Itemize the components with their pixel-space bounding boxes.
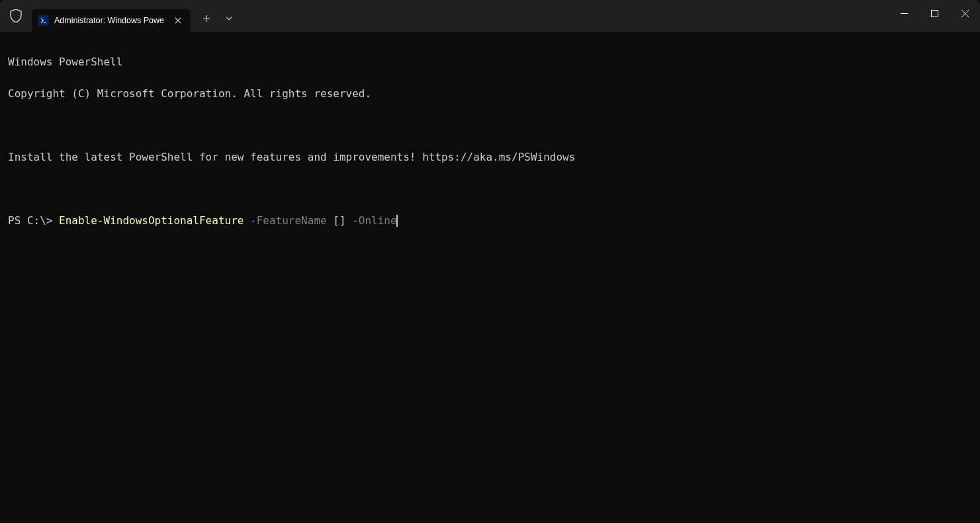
output-line: Windows PowerShell (8, 54, 972, 70)
tab-title: Administrator: Windows Powe (54, 16, 167, 25)
titlebar: Administrator: Windows Powe (0, 0, 980, 32)
command-line: PS C:\> Enable-WindowsOptionalFeature -F… (8, 213, 972, 229)
tab-dropdown-button[interactable] (218, 8, 240, 29)
maximize-button[interactable] (919, 0, 950, 26)
cmdlet-name: Enable-WindowsOptionalFeature (59, 214, 244, 227)
output-line: Copyright (C) Microsoft Corporation. All… (8, 86, 972, 102)
tab-close-button[interactable] (172, 15, 184, 26)
output-line: Install the latest PowerShell for new fe… (8, 149, 972, 165)
output-blank-line (8, 181, 972, 197)
output-blank-line (8, 118, 972, 134)
svg-rect-1 (931, 10, 938, 17)
svg-rect-0 (901, 13, 908, 14)
tab-powershell[interactable]: Administrator: Windows Powe (32, 9, 191, 32)
minimize-button[interactable] (889, 0, 919, 26)
app-shield-icon (0, 0, 32, 32)
new-tab-button[interactable] (196, 8, 217, 29)
window-controls (889, 0, 980, 26)
terminal-output[interactable]: Windows PowerShell Copyright (C) Microso… (0, 32, 980, 251)
parameter: -Online (346, 214, 397, 227)
brackets: [] (333, 214, 345, 227)
cursor (396, 215, 398, 227)
powershell-icon (38, 15, 49, 26)
close-button[interactable] (950, 0, 980, 26)
parameter: -FeatureName (244, 214, 333, 227)
prompt: PS C:\> (8, 214, 59, 227)
